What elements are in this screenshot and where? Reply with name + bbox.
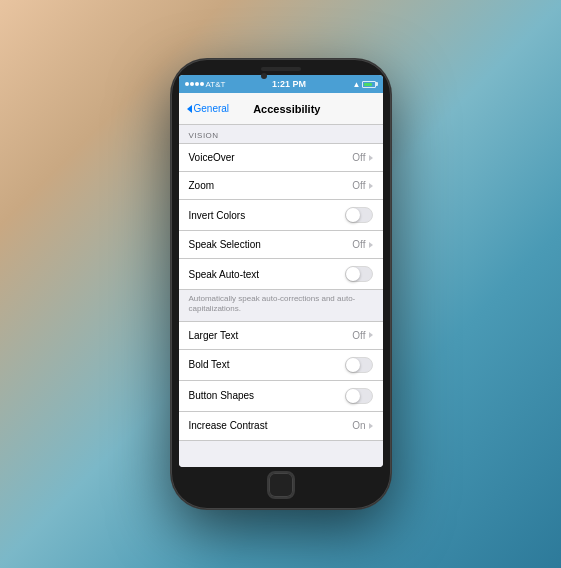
signal-bars: [185, 82, 204, 86]
phone-camera: [261, 73, 267, 79]
status-bar: AT&T 1:21 PM ▲: [179, 75, 383, 93]
increase-contrast-label: Increase Contrast: [189, 420, 353, 431]
settings-content: VISION VoiceOver Off Zoom Off Invert Col…: [179, 125, 383, 467]
signal-dot: [190, 82, 194, 86]
toggle-thumb: [346, 358, 360, 372]
zoom-label: Zoom: [189, 180, 353, 191]
phone-screen: AT&T 1:21 PM ▲ General Accessibility VIS…: [179, 75, 383, 467]
toggle-thumb: [346, 267, 360, 281]
list-item[interactable]: Larger Text Off: [179, 322, 383, 350]
clock: 1:21 PM: [272, 79, 306, 89]
larger-text-value: Off: [352, 330, 365, 341]
voiceover-value: Off: [352, 152, 365, 163]
list-item[interactable]: Button Shapes: [179, 381, 383, 412]
vision-settings-group: VoiceOver Off Zoom Off Invert Colors: [179, 143, 383, 290]
battery-fill: [364, 83, 372, 86]
toggle-thumb: [346, 208, 360, 222]
disclosure-chevron-icon: [369, 183, 373, 189]
text-settings-group: Larger Text Off Bold Text Button Shapes: [179, 321, 383, 441]
list-item[interactable]: Increase Contrast On: [179, 412, 383, 440]
status-right: ▲: [353, 80, 377, 89]
speak-selection-value: Off: [352, 239, 365, 250]
toggle-thumb: [346, 389, 360, 403]
navigation-bar: General Accessibility: [179, 93, 383, 125]
signal-dot: [195, 82, 199, 86]
phone-device: AT&T 1:21 PM ▲ General Accessibility VIS…: [171, 59, 391, 509]
speak-autotext-toggle[interactable]: [345, 266, 373, 282]
voiceover-label: VoiceOver: [189, 152, 353, 163]
bold-text-toggle[interactable]: [345, 357, 373, 373]
signal-dot: [185, 82, 189, 86]
wifi-icon: ▲: [353, 80, 361, 89]
status-left: AT&T: [185, 80, 226, 89]
list-item[interactable]: Speak Auto-text: [179, 259, 383, 289]
button-shapes-label: Button Shapes: [189, 390, 345, 401]
battery-icon: [362, 81, 376, 88]
list-item[interactable]: Zoom Off: [179, 172, 383, 200]
disclosure-chevron-icon: [369, 332, 373, 338]
disclosure-chevron-icon: [369, 423, 373, 429]
home-button[interactable]: [267, 471, 295, 499]
disclosure-chevron-icon: [369, 155, 373, 161]
button-shapes-toggle[interactable]: [345, 388, 373, 404]
list-item[interactable]: Bold Text: [179, 350, 383, 381]
phone-speaker: [261, 67, 301, 71]
back-chevron-icon: [187, 105, 192, 113]
increase-contrast-value: On: [352, 420, 365, 431]
list-item[interactable]: Invert Colors: [179, 200, 383, 231]
list-item[interactable]: VoiceOver Off: [179, 144, 383, 172]
signal-dot: [200, 82, 204, 86]
invert-colors-label: Invert Colors: [189, 210, 345, 221]
speak-autotext-label: Speak Auto-text: [189, 269, 345, 280]
disclosure-chevron-icon: [369, 242, 373, 248]
section-header-vision: VISION: [179, 125, 383, 143]
invert-colors-toggle[interactable]: [345, 207, 373, 223]
page-title: Accessibility: [199, 103, 374, 115]
speak-selection-label: Speak Selection: [189, 239, 353, 250]
carrier-label: AT&T: [206, 80, 226, 89]
larger-text-label: Larger Text: [189, 330, 353, 341]
zoom-value: Off: [352, 180, 365, 191]
list-item[interactable]: Speak Selection Off: [179, 231, 383, 259]
battery-tip: [376, 82, 378, 86]
bold-text-label: Bold Text: [189, 359, 345, 370]
speak-autotext-description: Automatically speak auto-corrections and…: [179, 290, 383, 321]
